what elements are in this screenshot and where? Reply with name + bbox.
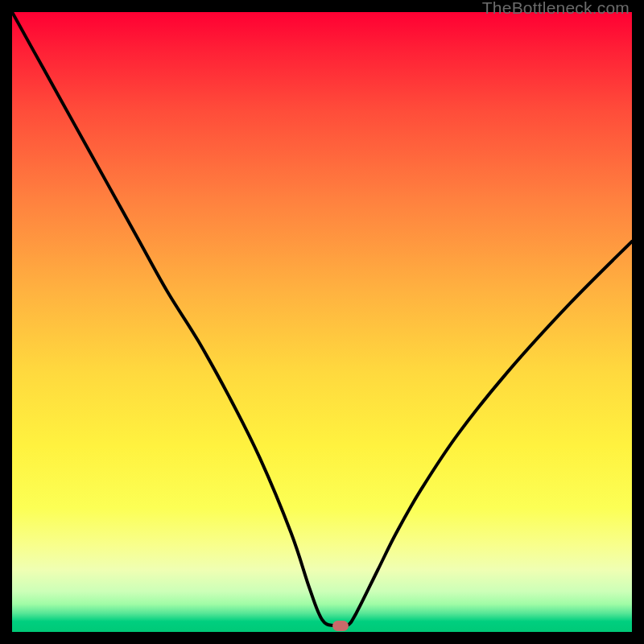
optimal-marker <box>332 621 349 631</box>
plot-area <box>12 12 632 632</box>
bottleneck-curve <box>12 12 632 632</box>
chart-frame: TheBottleneck.com <box>0 0 644 644</box>
watermark-text: TheBottleneck.com <box>482 0 630 18</box>
curve-path <box>12 12 632 627</box>
